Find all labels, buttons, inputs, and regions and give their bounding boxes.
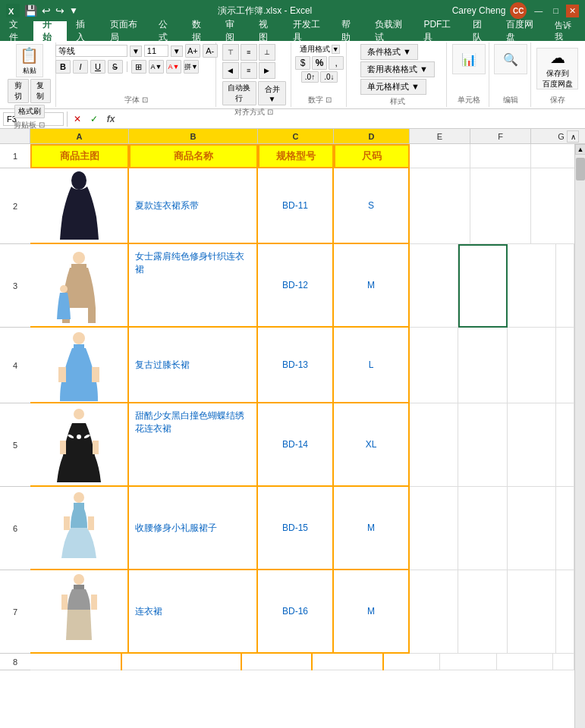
- cell-b1[interactable]: 商品名称: [129, 144, 258, 168]
- cell-a5[interactable]: [30, 403, 129, 487]
- tab-baidu-disk[interactable]: 百度网盘: [497, 21, 546, 41]
- font-size-decrease-button[interactable]: A-: [203, 44, 218, 58]
- cell-h8[interactable]: [553, 654, 574, 670]
- cell-d4[interactable]: L: [334, 328, 410, 403]
- italic-button[interactable]: I: [73, 60, 88, 74]
- table-format-button[interactable]: 套用表格格式 ▼: [360, 61, 435, 77]
- percent-button[interactable]: %: [312, 56, 327, 70]
- cell-g2[interactable]: [531, 168, 574, 244]
- insert-function-icon[interactable]: fx: [104, 112, 118, 126]
- row-header-6[interactable]: 6: [0, 487, 30, 570]
- cell-h5[interactable]: [556, 403, 574, 487]
- cell-b3[interactable]: 女士露肩纯色修身针织连衣裙: [129, 244, 258, 328]
- format-painter-button[interactable]: 格式刷: [14, 105, 45, 118]
- cell-a8[interactable]: [30, 654, 122, 670]
- cell-g6[interactable]: [508, 487, 556, 570]
- font-name-input[interactable]: [55, 45, 127, 57]
- cell-h7[interactable]: [556, 570, 574, 654]
- font-size-increase-button[interactable]: A+: [185, 44, 200, 58]
- cell-h4[interactable]: [556, 328, 574, 403]
- tab-file[interactable]: 文件: [0, 21, 33, 41]
- col-header-e[interactable]: E: [410, 129, 470, 143]
- align-left-button[interactable]: ◀: [222, 62, 239, 79]
- cell-c8[interactable]: [242, 654, 313, 670]
- font-name-dropdown-icon[interactable]: ▼: [130, 46, 142, 57]
- tab-team[interactable]: 团队: [464, 21, 497, 41]
- minimize-button[interactable]: —: [531, 5, 546, 17]
- cell-e8[interactable]: [384, 654, 440, 670]
- cell-c6[interactable]: BD-15: [258, 487, 334, 570]
- row-header-7[interactable]: 7: [0, 570, 30, 654]
- cell-f1[interactable]: [470, 144, 531, 168]
- cell-c4[interactable]: BD-13: [258, 328, 334, 403]
- close-button[interactable]: ✕: [566, 5, 579, 17]
- cell-b2[interactable]: 夏款连衣裙系带: [129, 168, 258, 244]
- redo-icon[interactable]: ↪: [55, 5, 64, 17]
- cell-c1[interactable]: 规格型号: [258, 144, 334, 168]
- copy-button[interactable]: 复制: [30, 79, 52, 103]
- conditional-format-button[interactable]: 条件格式 ▼: [360, 44, 418, 60]
- font-size-input[interactable]: [144, 45, 168, 57]
- currency-button[interactable]: $: [295, 56, 310, 70]
- cancel-formula-icon[interactable]: ✕: [71, 112, 84, 126]
- font-size-dropdown-icon[interactable]: ▼: [171, 46, 183, 57]
- cell-e2[interactable]: [410, 168, 470, 244]
- col-header-d[interactable]: D: [334, 129, 410, 143]
- tab-home[interactable]: 开始: [33, 21, 67, 41]
- cell-c7[interactable]: BD-16: [258, 570, 334, 654]
- row-header-3[interactable]: 3: [0, 244, 30, 328]
- tab-insert[interactable]: 插入: [67, 21, 100, 41]
- cell-d3[interactable]: M: [334, 244, 410, 328]
- cell-a6[interactable]: [30, 487, 129, 570]
- cell-a2[interactable]: [30, 168, 129, 244]
- tab-pdf-tools[interactable]: PDF工具: [414, 21, 463, 41]
- save-to-baidu-button[interactable]: ☁ 保存到百度网盘: [536, 48, 578, 89]
- row-header-1[interactable]: 1: [0, 144, 30, 168]
- cell-b8[interactable]: [122, 654, 242, 670]
- cell-d6[interactable]: M: [334, 487, 410, 570]
- edit-button[interactable]: 🔍: [494, 44, 527, 74]
- cell-c3[interactable]: BD-12: [258, 244, 334, 328]
- cell-a1[interactable]: 商品主图: [30, 144, 129, 168]
- cell-g1[interactable]: [531, 144, 574, 168]
- cell-f7[interactable]: [458, 570, 507, 654]
- comma-button[interactable]: ,: [329, 56, 344, 70]
- cell-f6[interactable]: [458, 487, 507, 570]
- col-header-f[interactable]: F: [470, 129, 531, 143]
- cell-b4[interactable]: 复古过膝长裙: [129, 328, 258, 403]
- scroll-up-button[interactable]: ▲: [575, 144, 585, 155]
- row-header-5[interactable]: 5: [0, 403, 30, 487]
- save-quick-icon[interactable]: 💾: [24, 5, 37, 17]
- number-format-dropdown[interactable]: ▼: [332, 45, 340, 54]
- wrap-text-button[interactable]: 自动换行: [222, 81, 257, 105]
- decimal-increase-button[interactable]: .0↑: [301, 71, 319, 83]
- cell-c5[interactable]: BD-14: [258, 403, 334, 487]
- tab-formulas[interactable]: 公式: [149, 21, 183, 41]
- tab-tell-me[interactable]: 告诉我: [546, 21, 585, 41]
- user-avatar[interactable]: CC: [510, 2, 527, 19]
- tab-view[interactable]: 视图: [250, 21, 283, 41]
- tab-developer[interactable]: 开发工具: [284, 21, 332, 41]
- underline-button[interactable]: U: [90, 60, 105, 74]
- tab-data[interactable]: 数据: [183, 21, 216, 41]
- undo-icon[interactable]: ↩: [42, 5, 51, 17]
- align-bottom-button[interactable]: ⊥: [259, 44, 275, 61]
- cell-e4[interactable]: [410, 328, 458, 403]
- insert-cell-button[interactable]: 📊: [452, 44, 486, 74]
- cell-g5[interactable]: [508, 403, 556, 487]
- cell-c2[interactable]: BD-11: [258, 168, 334, 244]
- cell-d2[interactable]: S: [334, 168, 410, 244]
- customize-quick-icon[interactable]: ▼: [69, 5, 78, 16]
- cell-f3[interactable]: [458, 244, 508, 328]
- paste-button[interactable]: 📋 粘贴: [16, 44, 43, 77]
- cell-h3[interactable]: [556, 244, 574, 328]
- tab-help[interactable]: 帮助: [332, 21, 366, 41]
- fill-color-button[interactable]: A▼: [149, 60, 164, 74]
- cell-d5[interactable]: XL: [334, 403, 410, 487]
- cell-e7[interactable]: [410, 570, 458, 654]
- align-center-button[interactable]: ≡: [241, 62, 257, 79]
- cell-e6[interactable]: [410, 487, 458, 570]
- cell-f2[interactable]: [470, 168, 531, 244]
- vertical-scrollbar[interactable]: ▲ ▼: [574, 144, 585, 728]
- cell-a3[interactable]: [30, 244, 129, 328]
